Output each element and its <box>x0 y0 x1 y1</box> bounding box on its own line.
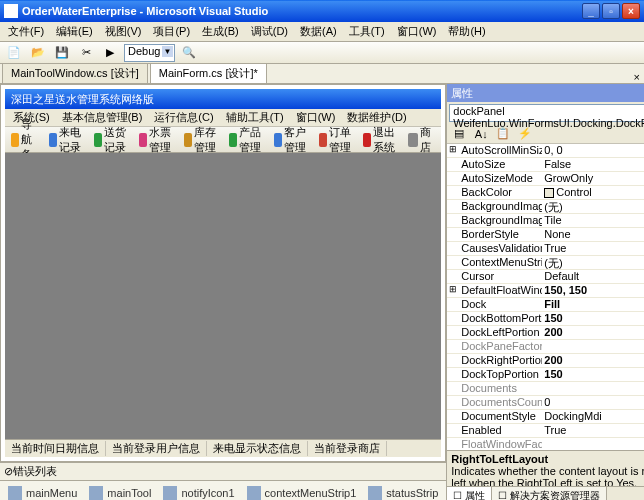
cut-icon[interactable]: ✂ <box>76 44 96 62</box>
status-cell: 来电显示状态信息 <box>207 441 308 456</box>
titlebar[interactable]: OrderWaterEnterprise - Microsoft Visual … <box>0 0 644 22</box>
property-row[interactable]: BackgroundImage(无) <box>447 200 644 214</box>
toolbar-button[interactable]: 商店 <box>404 123 439 157</box>
document-tab[interactable]: MainToolWindow.cs [设计] <box>2 63 148 83</box>
property-grid[interactable]: AutoScrollMinSize0, 0AutoSizeFalseAutoSi… <box>447 144 644 450</box>
minimize-button[interactable]: _ <box>582 3 600 19</box>
toolbar-button[interactable]: 订单管理 <box>315 123 358 157</box>
panel-tab[interactable]: ☐ 解决方案资源管理器 <box>492 487 607 500</box>
menu-item[interactable]: 窗口(W) <box>391 22 443 41</box>
property-row[interactable]: DockBottomPortion150 <box>447 312 644 326</box>
property-row[interactable]: AutoSizeFalse <box>447 158 644 172</box>
menu-item[interactable]: 项目(P) <box>147 22 196 41</box>
menu-item[interactable]: 视图(V) <box>99 22 148 41</box>
properties-panel: 属性 × dockPanel WeifenLuo.WinFormsUI.Dock… <box>446 84 644 500</box>
component-tray: mainMenumainToolnotifyIcon1contextMenuSt… <box>0 480 446 500</box>
tab-close-icon[interactable]: × <box>634 71 640 83</box>
status-cell: 当前登录商店 <box>308 441 387 456</box>
toolbar-button[interactable]: 水票管理 <box>135 123 178 157</box>
app-icon <box>4 4 18 18</box>
tray-component[interactable]: mainMenu <box>8 486 77 500</box>
properties-title: 属性 × <box>447 84 644 102</box>
form-designer[interactable]: 深田之星送水管理系统网络版 系统(S)基本信息管理(B)运行信息(C)辅助工具(… <box>0 84 446 462</box>
property-row[interactable]: DockLeftPortion200 <box>447 326 644 340</box>
property-row[interactable]: AutoSizeModeGrowOnly <box>447 172 644 186</box>
new-icon[interactable]: 📄 <box>4 44 24 62</box>
app-toolbar: 导航条来电记录送货记录水票管理库存管理产品管理客户管理订单管理退出系统商店 <box>5 127 441 153</box>
toolbar-button[interactable]: 送货记录 <box>90 123 133 157</box>
menu-item[interactable]: 调试(D) <box>245 22 294 41</box>
find-icon[interactable]: 🔍 <box>179 44 199 62</box>
property-row[interactable]: DockTopPortion150 <box>447 368 644 382</box>
maximize-button[interactable]: ▫ <box>602 3 620 19</box>
document-tabs: MainToolWindow.cs [设计]MainForm.cs [设计]*× <box>0 64 644 84</box>
property-row[interactable]: AutoScrollMinSize0, 0 <box>447 144 644 158</box>
standard-toolbar: 📄 📂 💾 ✂ ▶ Debug 🔍 <box>0 42 644 64</box>
property-description: RightToLeftLayout Indicates whether the … <box>447 450 644 486</box>
property-row[interactable]: CursorDefault <box>447 270 644 284</box>
toolbar-button[interactable]: 库存管理 <box>180 123 223 157</box>
property-row[interactable]: DocumentsCount0 <box>447 396 644 410</box>
property-row[interactable]: BackColorControl <box>447 186 644 200</box>
toolbar-button[interactable]: 来电记录 <box>45 123 88 157</box>
property-row[interactable]: ContextMenuStrip(无) <box>447 256 644 270</box>
config-combo[interactable]: Debug <box>124 44 175 62</box>
save-icon[interactable]: 💾 <box>52 44 72 62</box>
menu-item[interactable]: 数据(A) <box>294 22 343 41</box>
open-icon[interactable]: 📂 <box>28 44 48 62</box>
document-tab[interactable]: MainForm.cs [设计]* <box>150 63 267 83</box>
object-selector[interactable]: dockPanel WeifenLuo.WinFormsUI.Docking.D… <box>449 104 644 122</box>
property-row[interactable]: DockRightPortion200 <box>447 354 644 368</box>
property-row[interactable]: BackgroundImageLayoutTile <box>447 214 644 228</box>
panel-tab[interactable]: ☐ 属性 <box>447 487 492 500</box>
menu-item[interactable]: 帮助(H) <box>442 22 491 41</box>
toolbar-button[interactable]: 产品管理 <box>225 123 268 157</box>
close-button[interactable]: × <box>622 3 640 19</box>
toolbar-button[interactable]: 退出系统 <box>359 123 402 157</box>
menu-item[interactable]: 工具(T) <box>343 22 391 41</box>
toolbar-button[interactable]: 客户管理 <box>270 123 313 157</box>
property-row[interactable]: DockFill <box>447 298 644 312</box>
property-row[interactable]: FloatWindowFactory <box>447 438 644 450</box>
property-row[interactable]: Documents <box>447 382 644 396</box>
menu-item[interactable]: 文件(F) <box>2 22 50 41</box>
menu-item[interactable]: 编辑(E) <box>50 22 99 41</box>
property-row[interactable]: BorderStyleNone <box>447 228 644 242</box>
panel-tabs: ☐ 属性☐ 解决方案资源管理器 <box>447 486 644 500</box>
status-cell: 当前登录用户信息 <box>106 441 207 456</box>
property-row[interactable]: CausesValidationTrue <box>447 242 644 256</box>
property-row[interactable]: DefaultFloatWindowSize150, 150 <box>447 284 644 298</box>
status-cell: 当前时间日期信息 <box>5 441 106 456</box>
property-row[interactable]: DockPaneFactory <box>447 340 644 354</box>
tray-component[interactable]: statusStrip <box>368 486 438 500</box>
tray-component[interactable]: mainTool <box>89 486 151 500</box>
menu-item[interactable]: 生成(B) <box>196 22 245 41</box>
error-list-tab[interactable]: ⊘ 错误列表 <box>0 462 446 480</box>
error-icon: ⊘ <box>4 465 13 478</box>
form-titlebar: 深田之星送水管理系统网络版 <box>5 89 441 109</box>
menubar: 文件(F)编辑(E)视图(V)项目(P)生成(B)调试(D)数据(A)工具(T)… <box>0 22 644 42</box>
play-icon[interactable]: ▶ <box>100 44 120 62</box>
window-title: OrderWaterEnterprise - Microsoft Visual … <box>22 5 582 17</box>
status-strip: 当前时间日期信息当前登录用户信息来电显示状态信息当前登录商店 <box>5 439 441 457</box>
tray-component[interactable]: contextMenuStrip1 <box>247 486 357 500</box>
design-canvas[interactable] <box>5 153 441 439</box>
property-row[interactable]: DocumentStyleDockingMdi <box>447 410 644 424</box>
property-row[interactable]: EnabledTrue <box>447 424 644 438</box>
tray-component[interactable]: notifyIcon1 <box>163 486 234 500</box>
